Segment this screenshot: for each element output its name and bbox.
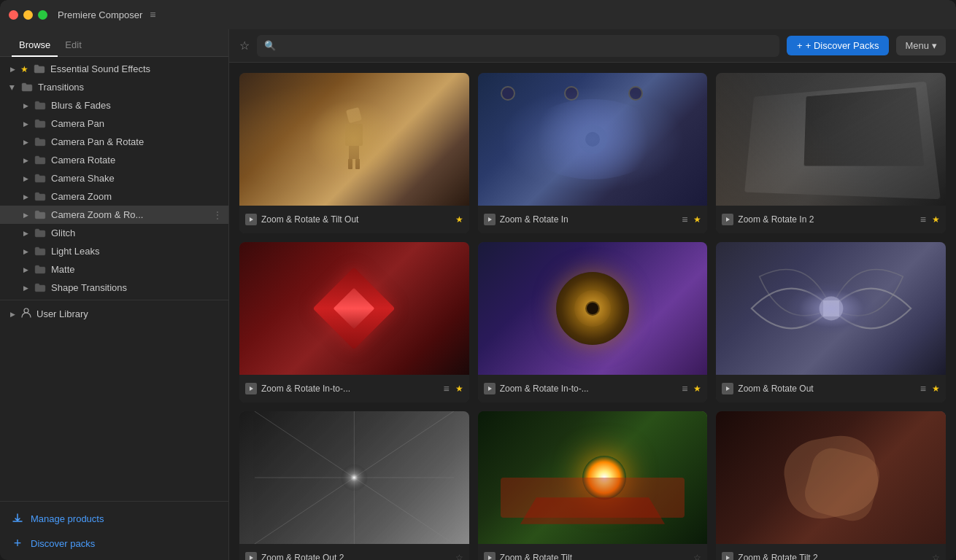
chevron-right-icon: ▶ xyxy=(20,174,31,184)
folder-icon xyxy=(34,246,47,257)
sidebar-item-camera-zoom[interactable]: ▶ Camera Zoom xyxy=(0,187,228,206)
content-area: ☆ 🔍 + + Discover Packs Menu ▾ xyxy=(229,29,956,560)
svg-line-11 xyxy=(354,411,454,478)
grid-item-bar: Zoom & Rotate In-to-... ≡ ★ xyxy=(478,375,708,402)
sidebar-item-transitions[interactable]: ▶ Transitions xyxy=(0,78,228,96)
sidebar-item-label: Glitch xyxy=(51,228,75,238)
hamburger-icon[interactable]: ≡ xyxy=(150,9,155,20)
context-menu-icon[interactable]: ≡ xyxy=(442,383,450,394)
discover-packs-item[interactable]: + Discover packs xyxy=(0,531,228,556)
folder-icon xyxy=(34,283,47,293)
sidebar-item-user-library[interactable]: ▶ User Library xyxy=(0,303,228,324)
sidebar-item-camera-pan[interactable]: ▶ Camera Pan xyxy=(0,114,228,133)
grid-thumb xyxy=(239,73,469,206)
maximize-button[interactable] xyxy=(38,10,47,20)
chevron-right-icon: ▶ xyxy=(20,210,31,220)
svg-point-0 xyxy=(24,308,28,313)
star-icon[interactable]: ★ xyxy=(932,214,940,225)
menu-button[interactable]: Menu ▾ xyxy=(896,36,946,55)
chevron-right-icon: ▶ xyxy=(20,228,31,238)
item-title: Zoom & Rotate In-to-... xyxy=(500,384,676,394)
grid-item-bar: Zoom & Rotate In ≡ ★ xyxy=(478,206,708,233)
star-filter-icon[interactable]: ☆ xyxy=(239,39,250,52)
star-icon[interactable]: ★ xyxy=(693,214,701,225)
folder-icon xyxy=(34,174,47,184)
chevron-right-icon: ▶ xyxy=(20,155,31,166)
star-icon[interactable]: ★ xyxy=(455,384,463,394)
play-icon xyxy=(722,552,733,560)
item-title: Zoom & Rotate & Tilt Out xyxy=(261,214,451,225)
grid-item[interactable]: Zoom & Rotate Tilt ☆ xyxy=(478,411,708,560)
sidebar-item-camera-rotate[interactable]: ▶ Camera Rotate xyxy=(0,151,228,169)
svg-marker-2 xyxy=(488,217,492,222)
close-button[interactable] xyxy=(9,10,18,20)
star-icon[interactable]: ☆ xyxy=(455,553,463,560)
tab-edit[interactable]: Edit xyxy=(58,35,88,56)
sidebar-item-camera-zoom-ro[interactable]: ▶ Camera Zoom & Ro... ⋮ xyxy=(0,206,228,224)
sidebar-item-essential-sound[interactable]: ▶ ★ Essential Sound Effects xyxy=(0,60,228,78)
folder-icon xyxy=(34,192,47,202)
play-icon xyxy=(484,214,496,225)
folder-icon xyxy=(34,228,47,238)
sidebar-item-light-leaks[interactable]: ▶ Light Leaks xyxy=(0,242,228,260)
sidebar-item-camera-shake[interactable]: ▶ Camera Shake xyxy=(0,169,228,187)
sidebar-item-label: Transitions xyxy=(38,82,84,93)
grid-item[interactable]: Zoom & Rotate In ≡ ★ xyxy=(478,73,708,233)
grid-item[interactable]: Zoom & Rotate Tilt 2 ☆ xyxy=(716,411,946,560)
sidebar-item-label: Camera Zoom xyxy=(51,191,112,202)
grid-item[interactable]: Zoom & Rotate & Tilt Out ★ xyxy=(239,73,469,233)
sidebar-item-label: Essential Sound Effects xyxy=(50,63,150,74)
svg-marker-20 xyxy=(726,556,730,560)
grid-item[interactable]: Zoom & Rotate Out 2 ☆ xyxy=(239,411,469,560)
grid-item[interactable]: Zoom & Rotate In-to-... ≡ ★ xyxy=(478,242,708,402)
chevron-right-icon: ▶ xyxy=(20,101,31,111)
context-menu-icon[interactable]: ≡ xyxy=(680,214,689,225)
sidebar-item-label: Camera Pan & Rotate xyxy=(51,136,144,147)
grid-item-bar: Zoom & Rotate Out ≡ ★ xyxy=(716,375,946,402)
star-icon[interactable]: ★ xyxy=(932,384,940,394)
context-menu-icon[interactable]: ⋮ xyxy=(212,209,223,221)
sidebar-item-label: Blurs & Fades xyxy=(51,100,111,111)
context-menu-icon[interactable]: ≡ xyxy=(919,383,928,394)
sidebar-item-label: Camera Pan xyxy=(51,118,104,129)
grid-item-bar: Zoom & Rotate Tilt ☆ xyxy=(478,544,708,560)
sidebar-item-blurs-fades[interactable]: ▶ Blurs & Fades xyxy=(0,96,228,114)
svg-marker-1 xyxy=(250,217,253,222)
play-icon xyxy=(484,383,496,394)
context-menu-icon[interactable]: ≡ xyxy=(919,214,928,225)
star-icon[interactable]: ☆ xyxy=(693,553,701,560)
grid-item[interactable]: Zoom & Rotate In 2 ≡ ★ xyxy=(716,73,946,233)
play-icon xyxy=(245,214,257,225)
sidebar-item-glitch[interactable]: ▶ Glitch xyxy=(0,224,228,242)
svg-line-13 xyxy=(354,478,454,544)
sidebar-item-label: User Library xyxy=(36,308,88,319)
sidebar: Browse Edit ▶ ★ Essential Sound Effects … xyxy=(0,29,229,560)
discover-packs-button[interactable]: + + Discover Packs xyxy=(787,36,889,55)
star-icon[interactable]: ★ xyxy=(693,384,701,394)
sidebar-item-shape-transitions[interactable]: ▶ Shape Transitions xyxy=(0,279,228,297)
chevron-right-icon: ▶ xyxy=(7,64,18,74)
context-menu-icon[interactable]: ≡ xyxy=(680,383,689,394)
grid-thumb xyxy=(239,242,469,375)
manage-products-item[interactable]: Manage products xyxy=(0,506,228,531)
item-title: Zoom & Rotate In-to-... xyxy=(261,384,437,394)
star-icon[interactable]: ☆ xyxy=(932,553,940,560)
tab-browse[interactable]: Browse xyxy=(12,35,58,56)
sidebar-item-camera-pan-rotate[interactable]: ▶ Camera Pan & Rotate xyxy=(0,133,228,151)
item-title: Zoom & Rotate In 2 xyxy=(738,214,914,225)
grid-item[interactable]: Zoom & Rotate Out ≡ ★ xyxy=(716,242,946,402)
main-layout: Browse Edit ▶ ★ Essential Sound Effects … xyxy=(0,29,956,560)
chevron-right-icon: ▶ xyxy=(7,309,18,319)
plus-icon: + xyxy=(10,536,25,551)
star-icon[interactable]: ★ xyxy=(455,214,463,225)
folder-icon xyxy=(34,210,47,220)
sidebar-bottom: Manage products + Discover packs xyxy=(0,501,228,560)
grid-item[interactable]: Zoom & Rotate In-to-... ≡ ★ xyxy=(239,242,469,402)
minimize-button[interactable] xyxy=(23,10,33,20)
search-icon: 🔍 xyxy=(264,40,276,51)
search-input[interactable] xyxy=(280,40,772,51)
folder-icon xyxy=(34,119,47,129)
svg-point-6 xyxy=(819,297,843,321)
play-icon xyxy=(722,214,733,225)
sidebar-item-matte[interactable]: ▶ Matte xyxy=(0,260,228,279)
